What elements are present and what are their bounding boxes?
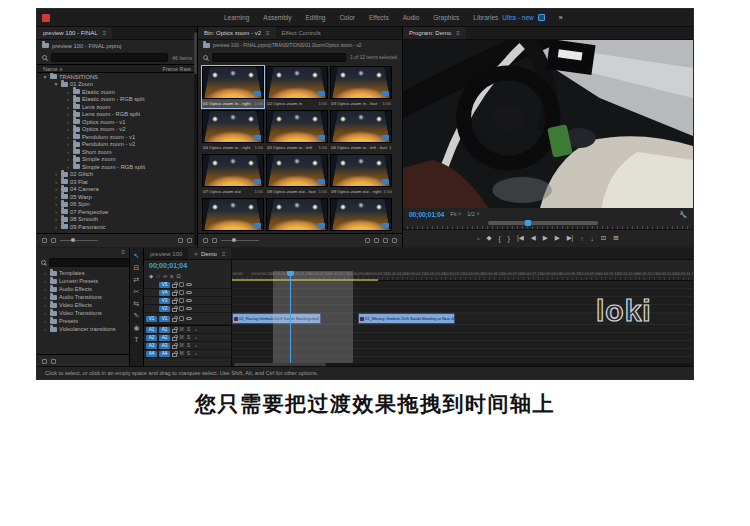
clip-tile[interactable]: 08 Optics zoom out - fast 1:00 [266, 154, 328, 196]
zoom-slider[interactable] [60, 240, 98, 241]
panel-menu-icon[interactable]: ≡ [222, 251, 226, 257]
effects-category[interactable]: Video Effects [37, 301, 129, 309]
toggle-track-output-icon[interactable] [186, 307, 192, 311]
sync-lock-icon[interactable] [179, 306, 184, 311]
icon-view-icon[interactable] [212, 238, 217, 243]
panel-menu-icon[interactable]: ≡ [266, 30, 270, 36]
voiceover-record-icon[interactable]: ♪ [193, 351, 198, 356]
slip-tool[interactable]: ⇆ [134, 300, 140, 307]
audio-track-header[interactable]: A3 A3 M S ♪ [144, 342, 231, 350]
panel-menu-icon[interactable]: ≡ [121, 249, 125, 255]
add-marker-icon[interactable]: ◆ [487, 234, 492, 242]
type-tool[interactable]: T [134, 336, 138, 343]
expand-arrow-icon[interactable]: › [65, 111, 71, 117]
solo-button[interactable]: S [186, 327, 191, 332]
clip-tile[interactable] [330, 198, 392, 233]
expand-arrow-icon[interactable]: › [53, 201, 59, 207]
toggle-track-output-icon[interactable] [186, 299, 192, 303]
video-track-header[interactable]: V1 V1 [144, 313, 231, 325]
selection-tool[interactable]: ↖ [134, 252, 140, 259]
expand-arrow-icon[interactable]: › [65, 141, 71, 147]
sync-lock-icon[interactable] [179, 282, 184, 287]
clip-tile[interactable]: 09 Optics zoom out - right 1:00 [330, 154, 392, 196]
track-select-button[interactable]: V2 [159, 306, 170, 312]
solo-button[interactable]: S [186, 351, 191, 356]
sync-lock-icon[interactable] [179, 290, 184, 295]
voiceover-record-icon[interactable]: ♪ [193, 343, 198, 348]
workspace-tab[interactable]: Learning [224, 14, 249, 21]
sync-lock-icon[interactable] [179, 316, 184, 321]
panel-menu-icon[interactable]: ≡ [103, 30, 107, 36]
workspace-tab[interactable]: Graphics [433, 14, 459, 21]
clip-tile[interactable] [266, 198, 328, 233]
clip-tile[interactable]: 05 Optics zoom in - left 1:00 [266, 110, 328, 152]
step-forward-icon[interactable]: ▶ [555, 234, 560, 242]
column-name[interactable]: Name ∧ [43, 66, 63, 72]
tree-row[interactable]: › Pendulum zoom - v2 [37, 141, 197, 149]
program-playhead[interactable] [525, 220, 531, 226]
video-track-header[interactable]: V4 [144, 289, 231, 297]
tab-program[interactable]: Program: Demo ≡ [403, 27, 466, 39]
effects-category[interactable]: Audio Effects [37, 285, 129, 293]
expand-arrow-icon[interactable]: › [53, 209, 59, 215]
add-marker-icon[interactable]: ◆ [149, 273, 153, 279]
nest-icon[interactable]: ⊡ [176, 273, 181, 279]
clip-thumbnail[interactable] [330, 154, 392, 187]
sync-lock-icon[interactable] [179, 298, 184, 303]
tab-effect-controls[interactable]: Effect Controls [276, 27, 327, 39]
effects-category[interactable]: Presets [37, 317, 129, 325]
source-patch-button[interactable]: A2 [146, 335, 157, 341]
tree-row[interactable]: › Lens zoom [37, 103, 197, 111]
audio-track-header[interactable]: A1 A1 M S ♪ [144, 326, 231, 334]
effects-category[interactable]: Templates [37, 269, 129, 277]
lock-icon[interactable] [172, 308, 177, 312]
tree-row[interactable]: › Simple zoom [37, 156, 197, 164]
find-icon[interactable] [374, 238, 379, 243]
linked-selection-icon[interactable]: ∞ [163, 273, 167, 279]
tree-row[interactable]: › 09 Panoramic [37, 223, 197, 231]
voiceover-record-icon[interactable]: ♪ [193, 335, 198, 340]
video-track-header[interactable]: V5 [144, 281, 231, 289]
workspace-overflow-icon[interactable]: » [559, 14, 563, 21]
expand-arrow-icon[interactable]: ▼ [42, 74, 48, 80]
expand-arrow-icon[interactable]: › [65, 126, 71, 132]
program-timecode[interactable]: 00;00;01;04 [409, 211, 444, 218]
source-patch-button[interactable]: V1 [146, 316, 157, 322]
tab-sequence-preview[interactable]: preview 100 [144, 248, 188, 259]
close-tab-icon[interactable]: × [194, 251, 198, 257]
expand-arrow-icon[interactable]: › [53, 216, 59, 222]
toggle-track-output-icon[interactable] [186, 317, 192, 321]
lock-icon[interactable] [172, 300, 177, 304]
tree-row[interactable]: › Elastic zoom - RGB split [37, 96, 197, 104]
voiceover-record-icon[interactable]: ♪ [193, 327, 198, 332]
hand-tool[interactable]: ◉ [133, 324, 139, 331]
expand-arrow-icon[interactable]: › [65, 149, 71, 155]
go-to-out-icon[interactable]: ▶| [567, 234, 574, 242]
lock-icon[interactable] [172, 284, 177, 288]
solo-button[interactable]: S [186, 335, 191, 340]
workspace-tab[interactable]: Assembly [263, 14, 291, 21]
clip-thumbnail[interactable] [330, 110, 392, 143]
clip-tile[interactable]: 06 Optics zoom in - left - fast 1:00 [330, 110, 392, 152]
clip-thumbnail[interactable] [266, 154, 328, 187]
list-view-icon[interactable] [203, 238, 208, 243]
expand-arrow-icon[interactable]: › [53, 224, 59, 230]
track-select-button[interactable]: A2 [159, 335, 170, 341]
expand-arrow-icon[interactable]: › [53, 171, 59, 177]
pen-tool[interactable]: ✎ [134, 312, 140, 319]
project-scrollbar[interactable] [194, 29, 197, 245]
tree-row[interactable]: › Elastic zoom [37, 88, 197, 96]
clip-tile[interactable]: 04 Optics zoom in - right 1:00 [202, 110, 264, 152]
snap-icon[interactable]: ∩ [156, 273, 160, 279]
project-search-input[interactable] [51, 53, 168, 62]
tree-row[interactable]: › Optics zoom - v2 [37, 126, 197, 134]
clip-thumbnail[interactable] [202, 154, 264, 187]
panel-menu-icon[interactable]: ≡ [456, 30, 460, 36]
mark-in-icon[interactable]: { [499, 235, 501, 242]
timeline-display-settings-icon[interactable]: ≡ [170, 273, 173, 279]
tab-bin[interactable]: Bin: Optics zoom - v2 ≡ [198, 27, 276, 39]
effects-category[interactable]: Video Transitions [37, 309, 129, 317]
lock-icon[interactable] [172, 353, 177, 357]
playhead-line[interactable] [290, 271, 291, 368]
source-patch-button[interactable]: A1 [146, 327, 157, 333]
